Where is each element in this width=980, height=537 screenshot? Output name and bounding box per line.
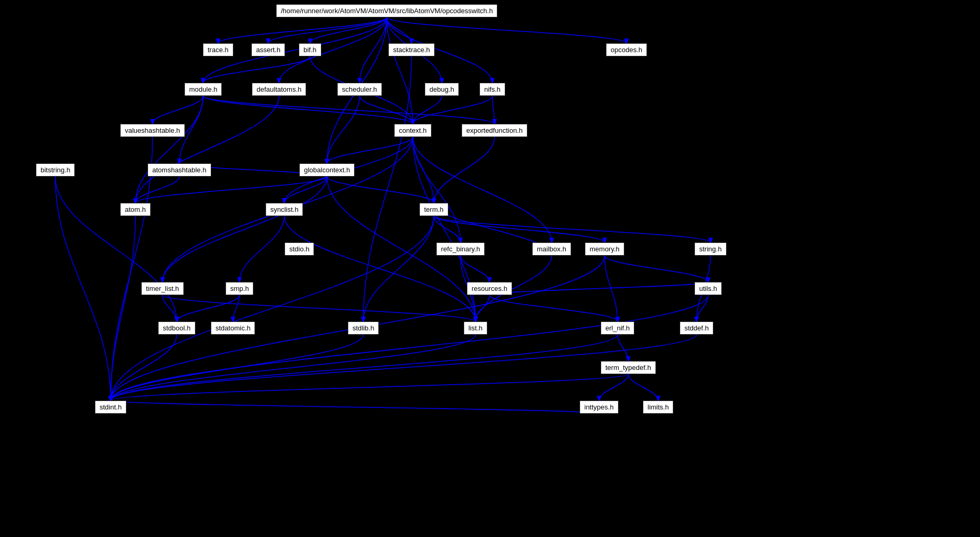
node-string: string.h [694, 242, 727, 256]
node-debug: debug.h [425, 83, 459, 96]
node-stddef: stddef.h [680, 321, 713, 335]
node-utils: utils.h [694, 282, 722, 295]
node-bif: bif.h [299, 43, 321, 56]
node-mailbox: mailbox.h [532, 242, 571, 256]
node-opcodes: opcodes.h [606, 43, 647, 56]
node-stacktrace: stacktrace.h [388, 43, 435, 56]
node-atomshashtable: atomshashtable.h [148, 163, 211, 177]
node-scheduler: scheduler.h [337, 83, 382, 96]
node-atom: atom.h [120, 203, 151, 216]
node-stdio: stdio.h [285, 242, 314, 256]
node-stdatomic: stdatomic.h [211, 321, 255, 335]
dependency-graph: /home/runner/work/AtomVM/AtomVM/src/libA… [0, 0, 980, 537]
node-synclist: synclist.h [266, 203, 303, 216]
node-inttypes: inttypes.h [580, 401, 619, 414]
node-refc_binary: refc_binary.h [436, 242, 485, 256]
node-memory: memory.h [585, 242, 624, 256]
node-module: module.h [184, 83, 222, 96]
node-valueshashtable: valueshashtable.h [120, 124, 185, 137]
node-list: list.h [464, 321, 487, 335]
node-limits: limits.h [643, 401, 673, 414]
node-context: context.h [394, 124, 432, 137]
node-nifs: nifs.h [479, 83, 505, 96]
node-smp: smp.h [226, 282, 253, 295]
node-timer_list: timer_list.h [141, 282, 184, 295]
node-erl_nif: erl_nif.h [601, 321, 634, 335]
node-stdint: stdint.h [95, 401, 126, 414]
node-defaultatoms: defaultatoms.h [252, 83, 306, 96]
node-bitstring: bitstring.h [36, 163, 75, 177]
node-trace: trace.h [203, 43, 233, 56]
node-assert: assert.h [251, 43, 285, 56]
node-exportedfunction: exportedfunction.h [462, 124, 527, 137]
node-root: /home/runner/work/AtomVM/AtomVM/src/libA… [276, 4, 497, 17]
node-stdlib: stdlib.h [348, 321, 379, 335]
node-stdbool: stdbool.h [158, 321, 195, 335]
node-resources: resources.h [467, 282, 512, 295]
node-term_typedef: term_typedef.h [601, 361, 656, 374]
node-term: term.h [419, 203, 448, 216]
edges-svg [0, 0, 980, 537]
node-globalcontext: globalcontext.h [299, 163, 355, 177]
